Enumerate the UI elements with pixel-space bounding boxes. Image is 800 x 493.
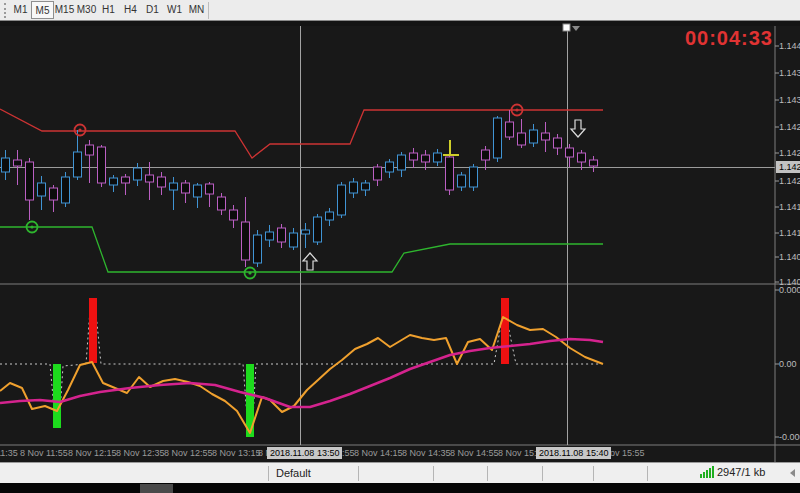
taskbar-strip — [0, 483, 800, 493]
current-price-tag: 1.1423 — [776, 161, 800, 173]
candle-body — [50, 188, 58, 200]
candle-body — [170, 183, 178, 190]
candle-body — [278, 228, 286, 242]
axis-price-label: 0.00 — [779, 359, 800, 369]
candle-body — [26, 162, 34, 200]
statusbar-separator — [647, 466, 648, 481]
profile-selector[interactable]: Default — [276, 467, 311, 479]
traffic-bars-icon — [700, 466, 714, 478]
signal-circle-dot — [248, 271, 251, 274]
timeframe-button-m30[interactable]: M30 — [75, 1, 98, 19]
candle-body — [350, 182, 358, 193]
candle-body — [2, 158, 10, 172]
candle-body — [146, 175, 154, 182]
chart-canvas[interactable] — [0, 21, 800, 462]
candle-body — [38, 183, 46, 196]
candle-body — [338, 185, 346, 215]
candle-body — [62, 177, 70, 203]
candle-body — [554, 138, 562, 148]
candle-body — [14, 160, 22, 166]
candle-body — [386, 162, 394, 172]
candle-body — [326, 212, 334, 220]
crosshair-time-tag: 2018.11.08 13:50 — [267, 447, 342, 459]
oscillator-signal-bar — [501, 298, 509, 364]
signal-circle-dot — [78, 128, 81, 131]
vertical-line-handle[interactable] — [563, 24, 570, 31]
candle-body — [206, 184, 214, 194]
timeframe-button-d1[interactable]: D1 — [141, 1, 164, 19]
taskbar-segment — [140, 484, 173, 493]
statusbar-separator — [358, 466, 359, 481]
mt4-chart-window: M1M5M15M30H1H4D1W1MN 00:04:33 1.14431.14… — [0, 0, 800, 493]
candle-body — [182, 183, 190, 193]
candle-body — [290, 233, 298, 247]
axis-time-label: 8 Nov 14:35 — [402, 448, 451, 458]
statusbar-separator — [593, 466, 594, 481]
candle-body — [314, 217, 322, 242]
candle-body — [590, 160, 598, 166]
axis-time-label: 8 Nov 11:55 — [20, 448, 68, 458]
candle-body — [122, 177, 130, 183]
timeframe-button-m1[interactable]: M1 — [9, 1, 32, 19]
statusbar-separator — [487, 466, 488, 481]
candle-body — [218, 197, 226, 210]
candle-countdown-timer: 00:04:33 — [685, 27, 773, 50]
axis-price-label: 1.1420 — [779, 176, 800, 186]
timeframe-button-h1[interactable]: H1 — [97, 1, 120, 19]
candle-body — [74, 152, 82, 177]
candle-body — [134, 168, 142, 180]
candle-body — [374, 167, 382, 180]
candle-body — [518, 133, 526, 145]
candle-body — [362, 183, 370, 190]
candle-body — [410, 153, 418, 160]
axis-price-label: 1.1429 — [779, 122, 800, 132]
axis-time-label: 8 Nov 11:35 — [0, 448, 18, 458]
timeframe-button-mn[interactable]: MN — [185, 1, 208, 19]
axis-time-label: 8 Nov 12:55 — [164, 448, 213, 458]
axis-price-label: 1.1416 — [779, 202, 800, 212]
traffic-indicator: 2947/1 kb — [700, 466, 765, 478]
axis-time-label: 8 Nov 14:55 — [450, 448, 499, 458]
candle-body — [434, 153, 442, 162]
candle-body — [266, 232, 274, 240]
chart-area[interactable]: 00:04:33 1.14431.14381.14341.14291.14251… — [0, 21, 800, 462]
signal-circle-dot — [30, 225, 33, 228]
candle-body — [86, 145, 94, 155]
candle-body — [242, 222, 250, 260]
candle-body — [578, 153, 586, 162]
crosshair-time-tag: 2018.11.08 15:40 — [536, 447, 611, 459]
line-handle-arrow-icon — [572, 26, 580, 31]
candle-body — [566, 148, 574, 157]
scroll-left-arrow-icon[interactable] — [790, 469, 795, 477]
timeframe-button-h4[interactable]: H4 — [119, 1, 142, 19]
timeframe-button-w1[interactable]: W1 — [163, 1, 186, 19]
axis-time-label: 8 Nov 13:15 — [212, 448, 261, 458]
axis-price-label: 1.1411 — [779, 228, 800, 238]
timeframe-toolbar: M1M5M15M30H1H4D1W1MN — [0, 0, 800, 21]
candle-body — [158, 177, 166, 187]
axis-price-label: 1.1434 — [779, 95, 800, 105]
axis-price-label: 1.1438 — [779, 68, 800, 78]
timeframe-button-m5[interactable]: M5 — [31, 1, 54, 19]
up-arrow-icon — [303, 253, 317, 270]
candle-body — [458, 175, 466, 187]
toolbar-grip[interactable] — [4, 3, 7, 18]
signal-circle-dot — [515, 108, 518, 111]
axis-price-label: -0.000 — [779, 432, 800, 442]
statusbar-separator — [542, 466, 543, 481]
candle-body — [422, 155, 430, 162]
candle-body — [494, 118, 502, 158]
axis-price-label: 1.1407 — [779, 252, 800, 262]
candle-body — [194, 185, 202, 197]
axis-price-label: 0.0000 — [779, 285, 800, 295]
candle-body — [302, 230, 310, 234]
candle-body — [482, 150, 490, 160]
axis-time-label: 8 Nov 12:15 — [68, 448, 117, 458]
oscillator-signal-bar — [89, 298, 97, 363]
candle-body — [446, 157, 454, 190]
oscillator-signal-bar — [53, 364, 61, 428]
timeframe-button-m15[interactable]: M15 — [53, 1, 76, 19]
candle-body — [110, 178, 118, 185]
candle-body — [230, 210, 238, 220]
traffic-label: 2947/1 kb — [717, 466, 765, 478]
